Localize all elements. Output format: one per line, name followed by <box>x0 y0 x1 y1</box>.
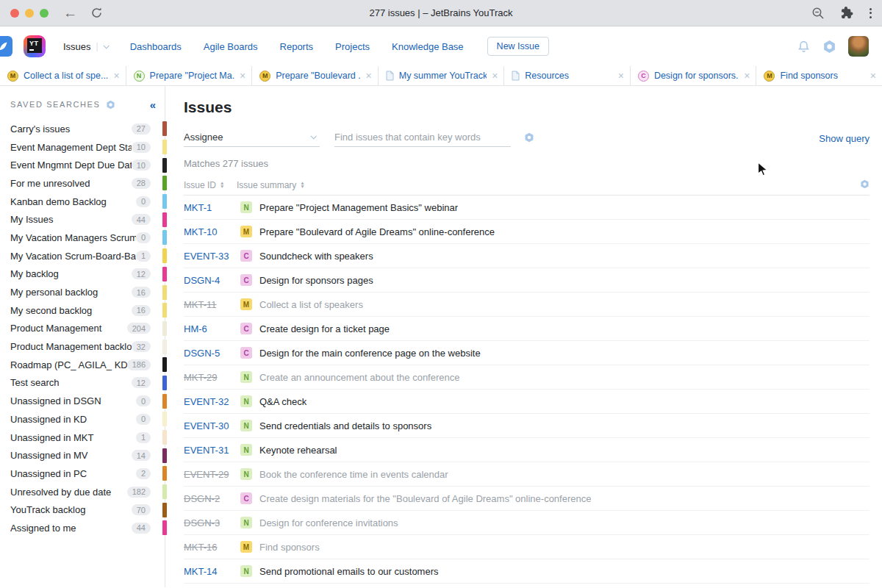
show-query-link[interactable]: Show query <box>819 133 870 144</box>
issue-row[interactable]: MKT-14NSend promotional emails to our cu… <box>184 559 870 584</box>
tab-close-icon[interactable]: × <box>618 71 624 81</box>
collapse-sidebar-icon[interactable]: « <box>150 98 156 111</box>
issue-row[interactable]: EVENT-31NKeynote rehearsal <box>184 438 870 462</box>
issue-row[interactable]: DSGN-3NDesign for conference invitations <box>184 511 870 535</box>
column-header-issue-id[interactable]: Issue ID ▲▼ <box>184 180 237 190</box>
issue-id-link[interactable]: MKT-29 <box>184 372 240 383</box>
browser-tab[interactable]: NPrepare "Project Ma...× <box>126 66 253 85</box>
youtrack-logo[interactable]: YT <box>24 35 46 57</box>
search-input[interactable] <box>334 132 511 143</box>
saved-search-item[interactable]: My personal backlog16 <box>0 283 165 301</box>
browser-tab[interactable]: MCollect a list of spe...× <box>0 66 126 85</box>
saved-search-item[interactable]: For me unresolved28 <box>0 174 165 193</box>
issue-id-link[interactable]: HM-6 <box>184 323 240 334</box>
issue-row[interactable]: MKT-11MCollect a list of speakers <box>184 293 870 317</box>
nav-item[interactable]: Reports <box>280 41 314 52</box>
saved-search-item[interactable]: Product Management backlog32 <box>0 337 165 356</box>
assignee-select[interactable]: Assignee <box>184 127 320 147</box>
tab-close-icon[interactable]: × <box>240 71 245 81</box>
saved-search-item[interactable]: Unresolved by due date182 <box>0 483 165 501</box>
browser-tab[interactable]: MPrepare "Boulevard ...× <box>252 66 379 85</box>
issue-id-link[interactable]: MKT-11 <box>184 299 240 310</box>
saved-search-item[interactable]: YouTrack backlog70 <box>0 501 165 519</box>
saved-search-item[interactable]: Kanban demo Backlog0 <box>0 193 165 211</box>
saved-search-item[interactable]: Unassigned in MKT1 <box>0 429 165 447</box>
tab-close-icon[interactable]: × <box>744 71 750 81</box>
issue-row[interactable]: EVENT-29NBook the conference time in eve… <box>184 462 870 487</box>
zoom-button[interactable] <box>811 7 825 20</box>
saved-search-label: Assigned to me <box>10 523 132 534</box>
browser-tab[interactable]: Resources× <box>504 66 631 85</box>
issue-id-link[interactable]: EVENT-31 <box>184 445 240 456</box>
saved-search-item[interactable]: My Vacation Scrum-Board-Ba...1 <box>0 247 165 265</box>
avatar[interactable] <box>848 36 869 57</box>
issue-row[interactable]: EVENT-30NSend credentials and details to… <box>184 414 870 438</box>
issue-id-link[interactable]: EVENT-30 <box>184 420 240 431</box>
column-header-issue-summary[interactable]: Issue summary ▲▼ <box>237 180 305 190</box>
table-settings-gear-icon[interactable] <box>860 179 870 189</box>
issue-row[interactable]: HM-6CCreate design for a ticket page <box>184 317 870 341</box>
saved-searches-gear-icon[interactable] <box>106 100 115 110</box>
issue-row[interactable]: MKT-16MFind sponsors <box>184 535 870 559</box>
nav-item[interactable]: Knowledge Base <box>392 41 464 52</box>
bell-icon[interactable] <box>797 40 811 54</box>
saved-search-item[interactable]: Assigned to me44 <box>0 519 165 537</box>
issue-id-link[interactable]: EVENT-29 <box>184 469 240 480</box>
issue-summary: Keynote rehearsal <box>259 445 337 456</box>
maximize-icon[interactable] <box>40 9 49 18</box>
issue-row[interactable]: DSGN-2CCreate design materials for the "… <box>184 487 870 511</box>
issue-row[interactable]: MKT-10MPrepare "Boulevard of Agile Dream… <box>184 220 870 244</box>
issue-id-link[interactable]: MKT-10 <box>184 226 240 237</box>
issue-id-link[interactable]: MKT-16 <box>184 542 240 553</box>
tab-title: My summer YouTrack <box>399 71 487 81</box>
issue-id-link[interactable]: EVENT-33 <box>184 251 240 262</box>
issue-row[interactable]: MKT-1NPrepare "Project Management Basics… <box>184 196 870 220</box>
saved-search-item[interactable]: Unassigned in DSGN0 <box>0 392 165 410</box>
issue-id-link[interactable]: DSGN-4 <box>184 275 240 286</box>
issue-id-link[interactable]: DSGN-2 <box>184 493 240 504</box>
tab-close-icon[interactable]: × <box>113 71 119 81</box>
browser-tab[interactable]: CDesign for sponsors...× <box>631 66 757 85</box>
issue-row[interactable]: DSGN-4CDesign for sponsors pages <box>184 268 870 293</box>
saved-search-item[interactable]: Event Management Dept Stat...10 <box>0 138 165 157</box>
saved-search-item[interactable]: My Issues44 <box>0 210 165 229</box>
issue-id-link[interactable]: DSGN-3 <box>184 517 240 528</box>
minimize-icon[interactable] <box>25 9 34 18</box>
browser-tab[interactable]: MFind sponsors× <box>756 66 882 85</box>
issue-row[interactable]: MKT-29NCreate an announcement about the … <box>184 365 870 390</box>
issue-row[interactable]: EVENT-32NQ&A check <box>184 390 870 414</box>
browser-tab[interactable]: My summer YouTrack× <box>379 66 505 85</box>
menu-icon[interactable] <box>870 8 872 18</box>
issue-row[interactable]: EVENT-33CSoundcheck with speakers <box>184 244 870 268</box>
feather-icon[interactable] <box>0 36 12 57</box>
issue-row[interactable]: DSGN-5CDesign for the main conference pa… <box>184 341 870 365</box>
tab-close-icon[interactable]: × <box>366 71 372 81</box>
issue-id-link[interactable]: MKT-14 <box>184 566 240 577</box>
close-icon[interactable] <box>10 9 19 18</box>
nav-item-issues[interactable]: Issues | <box>63 41 108 52</box>
issue-id-link[interactable]: DSGN-5 <box>184 348 240 359</box>
extensions-button[interactable] <box>841 7 853 19</box>
gear-icon[interactable] <box>822 40 836 54</box>
nav-item[interactable]: Dashboards <box>130 41 182 52</box>
new-issue-button[interactable]: New Issue <box>487 37 549 56</box>
saved-search-item[interactable]: Unassigned in KD0 <box>0 410 165 429</box>
saved-search-item[interactable]: My second backlog16 <box>0 301 165 320</box>
tab-close-icon[interactable]: × <box>492 71 498 81</box>
nav-item[interactable]: Agile Boards <box>204 41 258 52</box>
saved-search-item[interactable]: Unassigned in MV14 <box>0 446 165 465</box>
saved-search-item[interactable]: Roadmap (PC_ AGILA_ KD_ ...186 <box>0 356 165 374</box>
saved-search-item[interactable]: My backlog12 <box>0 265 165 284</box>
saved-search-item[interactable]: My Vacation Managers Scrum ...0 <box>0 229 165 247</box>
saved-search-item[interactable]: Test search12 <box>0 374 165 392</box>
issue-summary: Prepare "Project Management Basics" webi… <box>259 202 458 213</box>
nav-item[interactable]: Projects <box>335 41 370 52</box>
saved-search-item[interactable]: Event Mngmnt Dept Due Dat...10 <box>0 156 165 174</box>
issue-id-link[interactable]: MKT-1 <box>184 202 240 213</box>
search-settings-gear-icon[interactable] <box>524 132 534 143</box>
saved-search-item[interactable]: Unassigned in PC2 <box>0 465 165 483</box>
tab-close-icon[interactable]: × <box>870 71 876 81</box>
saved-search-item[interactable]: Carry's issues27 <box>0 120 165 138</box>
saved-search-item[interactable]: Product Management204 <box>0 320 165 338</box>
issue-id-link[interactable]: EVENT-32 <box>184 396 240 407</box>
